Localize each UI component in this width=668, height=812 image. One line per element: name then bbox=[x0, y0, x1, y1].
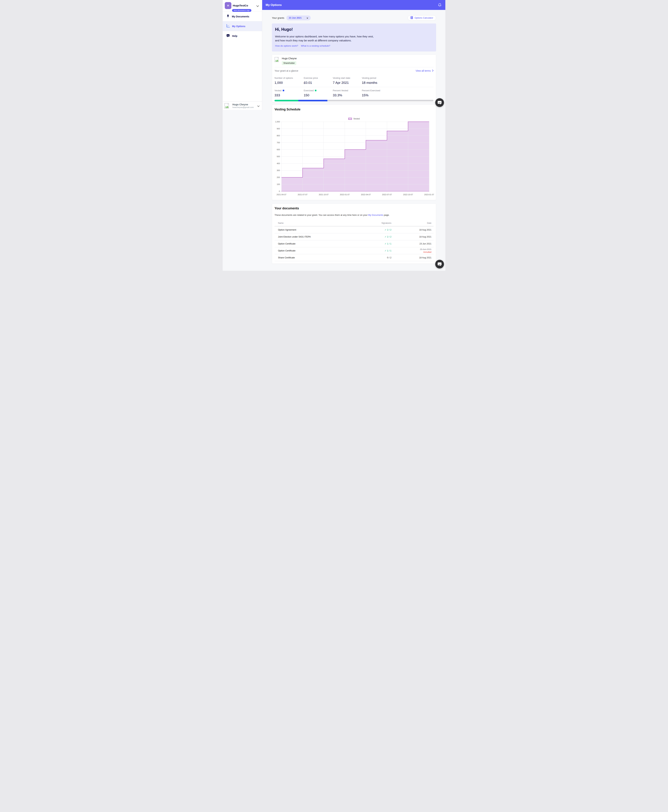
table-row[interactable]: Option Certificate✓1 / 123 Jun 2021Annul… bbox=[274, 247, 434, 254]
stat-value: 33.3% bbox=[333, 93, 362, 97]
table-row[interactable]: Option Certificate✓1 / 123 Jun 2021 bbox=[274, 240, 434, 247]
doc-signatures: 0 / 2 bbox=[367, 256, 391, 259]
stat-label: Number of options bbox=[274, 77, 304, 79]
vesting-schedule-link[interactable]: What is a vesting schedule? bbox=[301, 45, 330, 47]
svg-text:2022-07-07: 2022-07-07 bbox=[382, 193, 392, 196]
stat-value: 7 Apr 2021 bbox=[333, 81, 362, 85]
vesting-progress-bar bbox=[274, 100, 434, 102]
check-icon: ✓ bbox=[385, 228, 387, 231]
stat-label: Vesting start date bbox=[333, 77, 362, 79]
notifications-bell-icon[interactable] bbox=[438, 3, 441, 8]
table-row[interactable]: Share Certificate0 / 218 Aug 2021 bbox=[274, 254, 434, 261]
progress-exercised-segment bbox=[274, 100, 298, 102]
stat-label: Percent Exercised bbox=[362, 89, 434, 92]
user-name: Hugo Cheyne bbox=[232, 103, 248, 106]
svg-text:2022-10-07: 2022-10-07 bbox=[403, 193, 413, 196]
stat-value: £0.01 bbox=[304, 81, 333, 85]
doc-name: Option Certificate bbox=[274, 242, 367, 245]
svg-text:2022-01-07: 2022-01-07 bbox=[340, 193, 350, 196]
stat-label: Exercised bbox=[304, 89, 333, 92]
vested-legend-label: Vested bbox=[353, 118, 360, 120]
doc-date: 23 Jun 2021 bbox=[391, 243, 434, 245]
glance-label: Your grant at a glance bbox=[274, 69, 298, 72]
stat-value: 15% bbox=[362, 93, 434, 97]
stat-label: Exercise price bbox=[304, 77, 333, 79]
sidebar-item-my-documents[interactable]: My Documents bbox=[223, 12, 262, 21]
line-chart-icon bbox=[226, 24, 230, 28]
my-documents-link[interactable]: My Documents bbox=[368, 214, 383, 216]
intercom-icon bbox=[438, 262, 442, 267]
grant-date-select[interactable]: 23 Jun 2021 bbox=[286, 15, 311, 20]
vesting-chart: 01002003004005006007008009001,0002021-04… bbox=[274, 120, 434, 198]
progress-vested-segment bbox=[298, 100, 327, 102]
svg-text:0: 0 bbox=[279, 190, 280, 192]
stat-label: Vested bbox=[274, 89, 304, 92]
exercised-swatch bbox=[315, 90, 316, 91]
app-window: H HugoTestCo More documents to sign My D… bbox=[223, 0, 445, 271]
caret-down-icon bbox=[307, 16, 308, 20]
welcome-banner: Hi, Hugo! Welcome to your options dashbo… bbox=[272, 23, 436, 52]
topbar: My Options bbox=[262, 0, 445, 10]
how-options-work-link[interactable]: How do options work? bbox=[275, 45, 298, 47]
stat-label: Vesting period bbox=[362, 77, 434, 79]
role-badge: Shareholder bbox=[282, 61, 296, 65]
vesting-schedule-card: Vesting Schedule Vested 0100200300400500… bbox=[272, 105, 436, 200]
svg-text:700: 700 bbox=[277, 142, 280, 143]
svg-text:500: 500 bbox=[277, 155, 280, 158]
svg-text:2022-04-07: 2022-04-07 bbox=[361, 193, 371, 196]
vested-swatch bbox=[283, 90, 284, 91]
doc-signatures: ✓1 / 1 bbox=[367, 249, 391, 252]
your-grants-label: Your grants bbox=[272, 17, 284, 19]
doc-date: 18 Aug 2021 bbox=[391, 228, 434, 231]
column-header-name: Name bbox=[274, 222, 367, 224]
doc-signatures: ✓1 / 1 bbox=[367, 242, 391, 245]
options-calculator-label: Options Calculator bbox=[414, 17, 433, 19]
intercom-chat-button[interactable] bbox=[435, 260, 444, 268]
svg-text:600: 600 bbox=[277, 148, 280, 150]
company-name: HugoTestCo bbox=[233, 4, 248, 7]
company-switcher[interactable]: H HugoTestCo More documents to sign bbox=[223, 0, 262, 12]
doc-date-struck: 23 Jun 2021 bbox=[391, 248, 431, 250]
doc-signatures: ✓2 / 2 bbox=[367, 228, 391, 231]
svg-text:300: 300 bbox=[277, 169, 280, 172]
doc-name: Share Certificate bbox=[274, 256, 367, 259]
svg-text:900: 900 bbox=[277, 128, 280, 130]
stat-value: 150 bbox=[304, 93, 333, 97]
svg-text:2021-04-07: 2021-04-07 bbox=[277, 193, 286, 196]
check-icon: ✓ bbox=[385, 235, 387, 238]
broken-avatar-icon bbox=[274, 57, 279, 65]
sidebar-item-help[interactable]: Help bbox=[223, 31, 262, 41]
table-row[interactable]: Joint Election under S431 ITEPA✓2 / 218 … bbox=[274, 233, 434, 240]
stat-label: Percent Vested bbox=[333, 89, 362, 92]
doc-date: 18 Aug 2021 bbox=[391, 236, 434, 238]
divider bbox=[274, 67, 434, 67]
svg-text:800: 800 bbox=[277, 135, 280, 137]
broken-avatar-icon bbox=[224, 103, 229, 109]
sidebar-item-label: My Options bbox=[232, 25, 245, 28]
page-title: My Options bbox=[266, 3, 282, 7]
table-row[interactable]: Option Agreement✓2 / 218 Aug 2021 bbox=[274, 227, 434, 233]
svg-text:2023-01-07: 2023-01-07 bbox=[424, 193, 434, 196]
options-calculator-button[interactable]: Options Calculator bbox=[407, 15, 436, 20]
doc-date: 23 Jun 2021Annulled bbox=[391, 248, 434, 253]
documents-card: Your documents These documents are relat… bbox=[272, 203, 436, 264]
doc-date: 18 Aug 2021 bbox=[391, 257, 434, 259]
column-header-signatures: Signatures bbox=[367, 222, 391, 224]
doc-signatures: ✓2 / 2 bbox=[367, 235, 391, 238]
sidebar-item-my-options[interactable]: My Options bbox=[223, 22, 262, 31]
welcome-line2: and how much they may be worth at differ… bbox=[275, 39, 352, 42]
pen-nib-icon bbox=[226, 14, 230, 19]
intercom-chat-button[interactable] bbox=[435, 98, 444, 107]
column-header-date: Date bbox=[391, 222, 434, 224]
user-account-menu[interactable]: Hugo Cheyne hewcheyne@gmail.com bbox=[223, 102, 262, 110]
welcome-title: Hi, Hugo! bbox=[275, 27, 433, 32]
chevron-right-icon bbox=[432, 69, 434, 72]
chart-title: Vesting Schedule bbox=[274, 108, 434, 111]
company-avatar: H bbox=[225, 2, 231, 9]
welcome-line1: Welcome to your options dashboard, see h… bbox=[275, 35, 374, 38]
grants-toolbar: Your grants 23 Jun 2021 bbox=[272, 15, 436, 20]
sidebar-item-label: My Documents bbox=[232, 15, 249, 18]
check-icon: ✓ bbox=[385, 249, 387, 252]
stat-value: 333 bbox=[274, 93, 304, 97]
view-all-terms-link[interactable]: View all terms bbox=[416, 69, 434, 72]
